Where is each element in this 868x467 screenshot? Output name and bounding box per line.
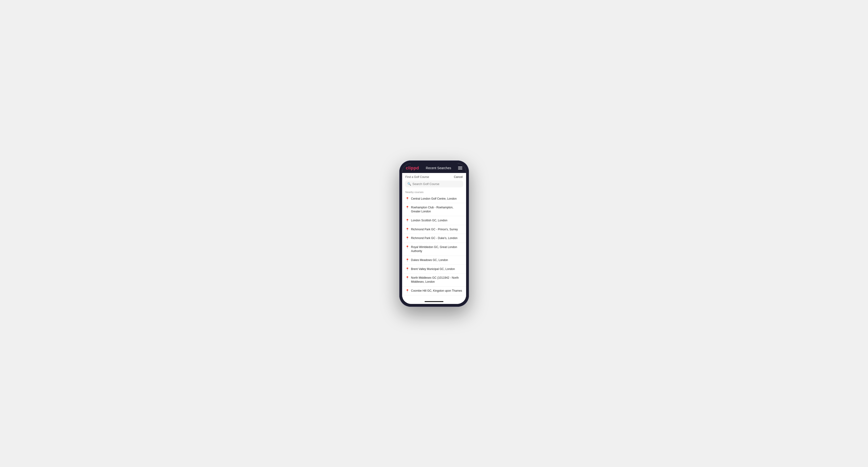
course-name: North Middlesex GC (1011942 - North Midd… bbox=[411, 276, 463, 284]
pin-icon: 📍 bbox=[405, 245, 409, 249]
pin-icon: 📍 bbox=[405, 268, 409, 271]
course-list-item[interactable]: 📍Dukes Meadows GC, London bbox=[402, 256, 466, 265]
course-list-item[interactable]: 📍Brent Valley Municipal GC, London bbox=[402, 265, 466, 274]
course-list-item[interactable]: 📍Richmond Park GC - Prince's, Surrey bbox=[402, 225, 466, 234]
course-name: London Scottish GC, London bbox=[411, 219, 447, 222]
course-name: Richmond Park GC - Prince's, Surrey bbox=[411, 227, 458, 231]
course-name: Coombe Hill GC, Kingston upon Thames bbox=[411, 289, 462, 293]
app-header: clippd Recent Searches bbox=[402, 163, 466, 173]
course-list-item[interactable]: 📍Richmond Park GC - Duke's, London bbox=[402, 234, 466, 243]
course-name: Richmond Park GC - Duke's, London bbox=[411, 236, 458, 240]
course-name: Roehampton Club - Roehampton, Greater Lo… bbox=[411, 206, 463, 214]
course-list-item[interactable]: 📍North Middlesex GC (1011942 - North Mid… bbox=[402, 274, 466, 286]
pin-icon: 📍 bbox=[405, 258, 409, 262]
menu-button[interactable] bbox=[458, 166, 462, 169]
find-bar: Find a Golf Course Cancel bbox=[402, 173, 466, 181]
home-indicator bbox=[402, 300, 466, 304]
pin-icon: 📍 bbox=[405, 219, 409, 222]
app-title: Recent Searches bbox=[426, 166, 451, 170]
content-area: Find a Golf Course Cancel 🔍 Nearby cours… bbox=[402, 173, 466, 300]
search-input[interactable] bbox=[412, 182, 461, 186]
app-logo: clippd bbox=[406, 166, 419, 170]
search-box: 🔍 bbox=[405, 181, 463, 187]
course-list-item[interactable]: 📍London Scottish GC, London bbox=[402, 216, 466, 225]
home-indicator-bar bbox=[425, 301, 443, 302]
course-name: Dukes Meadows GC, London bbox=[411, 258, 448, 262]
cancel-button[interactable]: Cancel bbox=[454, 175, 463, 179]
course-list-item[interactable]: 📍Coombe Hill GC, Kingston upon Thames bbox=[402, 286, 466, 295]
course-name: Royal Wimbledon GC, Great London Authori… bbox=[411, 245, 463, 253]
pin-icon: 📍 bbox=[405, 197, 409, 200]
pin-icon: 📍 bbox=[405, 228, 409, 231]
pin-icon: 📍 bbox=[405, 206, 409, 209]
pin-icon: 📍 bbox=[405, 237, 409, 240]
course-list-item[interactable]: 📍Royal Wimbledon GC, Great London Author… bbox=[402, 243, 466, 256]
course-name: Central London Golf Centre, London bbox=[411, 197, 457, 201]
pin-icon: 📍 bbox=[405, 289, 409, 292]
find-label: Find a Golf Course bbox=[405, 175, 429, 179]
pin-icon: 📍 bbox=[405, 276, 409, 280]
search-icon: 🔍 bbox=[407, 182, 411, 186]
course-name: Brent Valley Municipal GC, London bbox=[411, 267, 455, 271]
phone-screen: clippd Recent Searches Find a Golf Cours… bbox=[402, 163, 466, 304]
course-list-item[interactable]: 📍Central London Golf Centre, London bbox=[402, 194, 466, 204]
phone-device: clippd Recent Searches Find a Golf Cours… bbox=[399, 160, 469, 307]
nearby-section-label: Nearby courses bbox=[402, 189, 466, 194]
course-list: 📍Central London Golf Centre, London📍Roeh… bbox=[402, 194, 466, 300]
search-container: 🔍 bbox=[402, 181, 466, 189]
course-list-item[interactable]: 📍Roehampton Club - Roehampton, Greater L… bbox=[402, 203, 466, 216]
